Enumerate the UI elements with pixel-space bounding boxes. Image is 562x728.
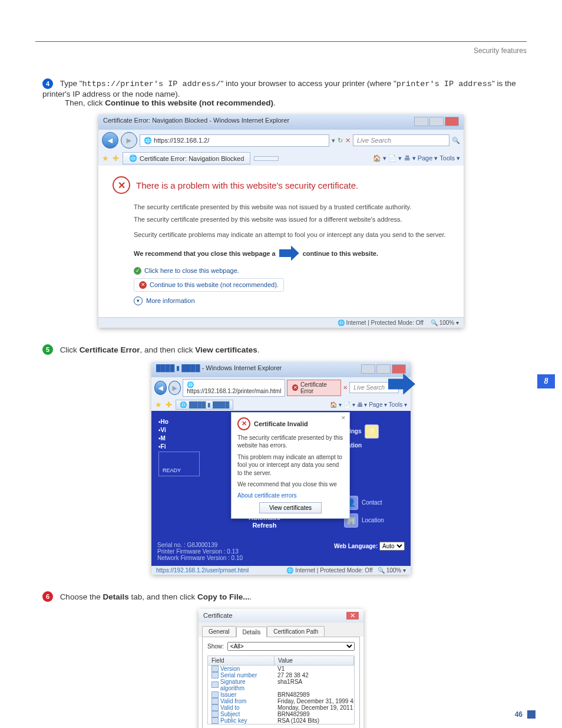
toolbar-right[interactable]: 🏠 ▾ 📄 ▾ 🖶 ▾ Page ▾ Tools ▾ (373, 154, 460, 162)
nav-m[interactable]: M (158, 435, 197, 442)
nav-view[interactable]: Vi (158, 427, 197, 433)
cert-msg-3: Security certificate problems may indica… (134, 230, 449, 240)
cert-msg-2: The security certificate presented by th… (134, 215, 449, 225)
table-row[interactable]: Public keyRSA (1024 Bits) (208, 717, 354, 724)
certificate-dialog: Certificate ✕ General Details Certificat… (199, 609, 363, 728)
browser-tab-2[interactable]: 🌐 ████ ▮ ████ (176, 400, 233, 410)
browser-tab[interactable]: 🌐Certificate Error: Navigation Blocked (123, 152, 250, 164)
show-label: Show: (207, 643, 224, 650)
address-bar[interactable]: 🌐 https://192.168.1.2/ (140, 134, 329, 147)
tab-general[interactable]: General (202, 626, 236, 637)
ie-printer-page-window: ████ ▮ ████ - Windows Internet Explorer … (151, 362, 411, 575)
certificate-invalid-popup: ✕ ✕Certificate Invalid The security cert… (231, 412, 350, 519)
page-number: 46 (515, 710, 535, 719)
show-select[interactable]: <All> (227, 642, 355, 651)
continue-website-link[interactable]: ✕Continue to this website (not recommend… (134, 278, 284, 292)
recommendation-line: We recommend that you close this webpage… (134, 246, 449, 261)
web-language: Web Language: Auto (334, 542, 405, 551)
close-webpage-link[interactable]: ✓Click here to close this webpage. (134, 267, 449, 275)
address-bar-2[interactable]: 🌐 https://192.168.1.2/printer/main.html (183, 379, 285, 397)
window-title: Certificate Error: Navigation Blocked - … (103, 117, 289, 127)
cert-fields-table[interactable]: FieldValue VersionV1Serial number27 28 3… (207, 655, 355, 724)
table-row[interactable]: Serial number27 28 38 42 (208, 672, 354, 678)
callout-arrow-icon (279, 246, 299, 261)
zoom-level[interactable]: 🔍 100% ▾ (431, 319, 459, 326)
new-tab[interactable] (254, 156, 279, 161)
nav-home[interactable]: Ho (158, 419, 197, 425)
window-title-2: ████ ▮ ████ - Windows Internet Explorer (156, 364, 282, 375)
step-4-badge: 4 (42, 78, 53, 89)
step-5-text: Click Certificate Error, and then click … (60, 345, 260, 354)
toolbar-right-2[interactable]: 🏠 ▾ 📄 ▾ 🖶 ▾ Page ▾ Tools ▾ (330, 401, 407, 408)
table-row[interactable]: IssuerBRN482989 (208, 691, 354, 698)
back-button-2[interactable]: ◄ (154, 381, 167, 395)
view-certificates-button[interactable]: View certificates (259, 502, 322, 513)
section-header: Security features (35, 47, 527, 55)
forward-button-2[interactable]: ► (168, 381, 181, 395)
status-zone: 🌐 Internet | Protected Mode: Off (338, 319, 424, 326)
web-language-select[interactable]: Auto (379, 542, 405, 551)
cert-close-icon[interactable]: ✕ (346, 612, 359, 620)
network-fw: Network Firmware Version : 0.10 (157, 555, 405, 561)
shield-x-icon-2: ✕ (237, 417, 250, 430)
cert-dialog-title: Certificate (203, 612, 233, 620)
shield-x-icon: ✕ (113, 176, 130, 194)
chapter-tab: 8 (537, 374, 555, 388)
search-box[interactable]: Live Search (353, 134, 449, 146)
step-6-text: Choose the Details tab, and then click C… (60, 592, 252, 601)
ie-cert-error-window: Certificate Error: Navigation Blocked - … (98, 114, 464, 328)
add-favorite-icon[interactable]: ✚ (113, 154, 119, 163)
add-favorite-icon-2[interactable]: ✚ (166, 400, 172, 409)
cert-msg-1: The security certificate presented by th… (134, 202, 449, 212)
window-controls[interactable] (413, 117, 459, 127)
certificate-error-button[interactable]: ✕Certificate Error (287, 380, 341, 396)
more-information-toggle[interactable]: ▾More information (134, 297, 449, 305)
status-address: https://192.168.1.2/user/prnset.html (156, 567, 249, 574)
favorites-icon-2[interactable]: ★ (155, 400, 162, 409)
about-cert-errors-link[interactable]: About certificate errors (237, 492, 343, 499)
favorites-icon[interactable]: ★ (102, 154, 109, 163)
step-5-badge: 5 (42, 344, 53, 355)
settings-icon[interactable]: ? (365, 424, 379, 439)
table-row[interactable]: Valid toMonday, December 19, 2011 ... (208, 704, 354, 711)
step-4-text: Type "https://printer's IP address/" int… (42, 79, 516, 98)
window-controls-2[interactable] (360, 364, 406, 375)
printer-status: READY (158, 452, 200, 476)
cert-problem-heading: There is a problem with this website's s… (136, 180, 358, 190)
popup-close-icon[interactable]: ✕ (341, 415, 346, 421)
tab-details[interactable]: Details (236, 627, 267, 637)
back-button[interactable]: ◄ (102, 132, 118, 149)
tab-cert-path[interactable]: Certification Path (267, 626, 325, 637)
nav-find[interactable]: Fi (158, 443, 197, 450)
table-row[interactable]: VersionV1 (208, 666, 354, 672)
table-row[interactable]: Signature algorithmsha1RSA (208, 678, 354, 691)
table-row[interactable]: Valid fromFriday, December 31, 1999 4:..… (208, 698, 354, 704)
table-row[interactable]: SubjectBRN482989 (208, 711, 354, 717)
step-6-badge: 6 (42, 591, 53, 602)
forward-button[interactable]: ► (121, 132, 137, 149)
